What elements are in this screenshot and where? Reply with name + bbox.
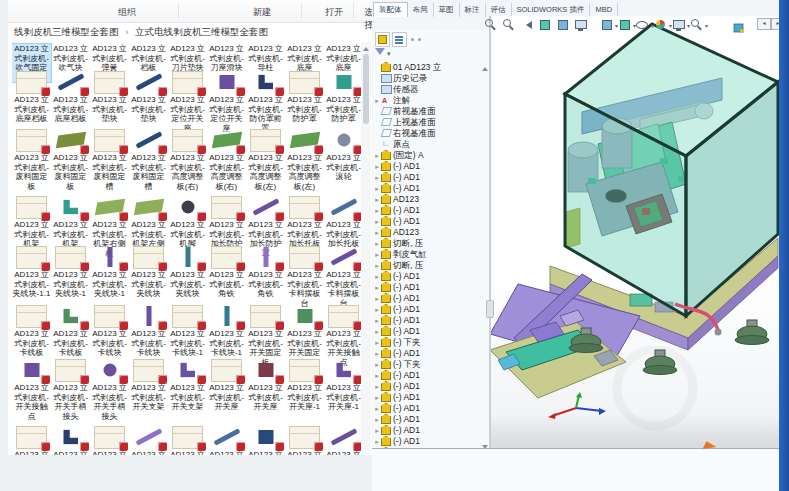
file-item[interactable]: AD123 立 [129,425,168,455]
file-item[interactable]: AD123 立式剥皮机-卡线板 [12,304,51,358]
file-item[interactable]: AD123 立式剥皮机-档板 [129,44,168,73]
tree-item[interactable]: ▸(-) AD1 [373,403,483,414]
file-item[interactable]: AD123 立式剥皮机-机架 [12,195,51,249]
file-item[interactable]: AD123 立式剥皮机-卡料摆板台 [285,245,324,308]
file-item[interactable]: AD123 立式剥皮机-开关座-1 [324,358,363,412]
file-item[interactable]: AD123 立式剥皮机-夹线块 [129,245,168,299]
tree-item[interactable]: ▸(-) AD1 [373,293,483,304]
file-item[interactable]: AD123 立式剥皮机-滚轮 [324,128,363,182]
file-item[interactable]: AD123 立式剥皮机-高度调整板(左) [285,128,324,191]
file-item[interactable]: AD123 立式剥皮机-刀座滑块 [207,44,246,73]
previous-view-icon[interactable] [520,18,534,32]
toolbar-item-2[interactable]: 打开 [325,6,343,19]
expand-arrow-icon[interactable]: ▸ [373,216,381,227]
tree-item[interactable]: 原点 [373,139,483,150]
expand-arrow-icon[interactable]: ▸ [373,293,381,304]
tree-item[interactable]: ▸(-) AD1 [373,315,483,326]
tab-SOLIDWORKS 插件[interactable]: SOLIDWORKS 插件 [512,3,591,17]
expand-arrow-icon[interactable]: ▸ [373,183,381,194]
scroll-up-icon[interactable] [363,44,369,51]
file-item[interactable]: AD123 立式剥皮机-高度调整板(右) [168,128,207,191]
file-item[interactable]: AD123 立式剥皮机-防护罩 [285,70,324,124]
panel-tab-dot[interactable] [411,38,414,41]
panel-tab-dot[interactable] [418,38,421,41]
file-item[interactable]: AD123 立式剥皮机-开关座-1 [285,358,324,412]
file-item[interactable]: AD123 立式剥皮机-卡线块-1 [207,304,246,358]
tab-草图[interactable]: 草图 [434,3,460,17]
file-item[interactable]: AD123 立式剥皮机-废料固定板 [51,128,90,191]
tree-item[interactable]: 历史记录 [373,73,483,84]
tree-item[interactable]: ▸(-) AD1 [373,381,483,392]
tree-item[interactable]: ▸(-) AD1 [373,205,483,216]
expand-arrow-icon[interactable]: ▸ [373,425,381,436]
tree-item[interactable]: ▸AD123 [373,227,483,238]
zoom-area-icon[interactable] [502,18,516,32]
tree-item[interactable]: 前视基准面 [373,106,483,117]
file-item[interactable]: AD123 立式剥皮机-开关座 [207,358,246,412]
file-item[interactable]: AD123 立式剥皮机-开关支架 [168,358,207,412]
file-item[interactable]: AD123 立式剥皮机-夹线块-1 [90,245,129,299]
file-item[interactable]: AD123 立式剥皮机-废料固定槽 [129,128,168,191]
property-manager-tab-icon[interactable] [392,32,407,47]
file-item[interactable]: AD123 立式剥皮机-加长托板 [285,195,324,249]
explorer-scrollbar[interactable] [361,42,371,454]
file-item[interactable]: AD123 立式剥皮机-开关手柄接头 [90,358,129,421]
expand-arrow-icon[interactable]: ▸ [373,304,381,315]
tree-item[interactable]: ▸(-) AD1 [373,282,483,293]
zoom-fit-icon[interactable] [484,18,498,32]
tab-标注[interactable]: 标注 [460,3,486,17]
file-item[interactable]: AD123 立式剥皮机-夹线块-1 [51,245,90,299]
file-item[interactable]: AD123 立式剥皮机-角铁 [246,245,285,299]
file-item[interactable]: AD123 立 [324,425,363,455]
tree-filter[interactable]: ▾ [375,48,391,60]
tree-item[interactable]: ▸(-) AD1 [373,326,483,337]
tree-item[interactable]: ▸(-) 下夹 [373,359,483,370]
tree-item[interactable]: ▸剥皮气缸 [373,249,483,260]
file-item[interactable]: AD123 立式剥皮机-开关手柄接头 [51,358,90,421]
breadcrumb-current[interactable]: 立式电线剥皮机三维模型全套图 [135,26,268,37]
expand-arrow-icon[interactable]: ▸ [373,436,381,447]
panel-collapse-handle[interactable] [486,300,494,318]
tree-item[interactable]: ▸注解 [373,95,483,106]
expand-arrow-icon[interactable]: ▸ [373,392,381,403]
file-item[interactable]: AD123 立式剥皮机-高度调整板(右) [207,128,246,191]
expand-arrow-icon[interactable]: ▸ [373,414,381,425]
tab-评估[interactable]: 评估 [486,3,512,17]
tree-item[interactable]: 01 AD123 立 [373,62,483,73]
file-item[interactable]: AD123 立式剥皮机-垫块 [90,70,129,124]
file-item[interactable]: AD123 立式剥皮机-卡线块 [90,304,129,358]
tree-item[interactable]: ▸(-) AD1 [373,183,483,194]
breadcrumb-parent[interactable]: 线剥皮机三维模型全套图 [14,26,119,37]
tree-item[interactable]: ▸(-) AD1 [373,370,483,381]
dynamic-assembly-icon[interactable] [556,18,570,32]
file-item[interactable]: AD123 立式剥皮机-机架 [51,195,90,249]
file-item[interactable]: AD123 立式剥皮机-开关支架 [129,358,168,412]
scrollbar-thumb[interactable] [363,54,369,124]
expand-arrow-icon[interactable]: ▸ [373,172,381,183]
expand-arrow-icon[interactable]: ▸ [373,381,381,392]
view-orientation-icon[interactable]: ▾ [600,18,614,32]
tree-item[interactable]: ▸(-) AD1 [373,271,483,282]
expand-arrow-icon[interactable]: ▸ [373,249,381,260]
tree-item[interactable]: ▸AD123 [373,194,483,205]
file-item[interactable]: AD123 立 [246,425,285,455]
file-item[interactable]: AD123 立式剥皮机-防护罩 [324,70,363,124]
expand-arrow-icon[interactable]: ▸ [373,95,381,106]
file-item[interactable]: AD123 立式剥皮机-废料固定板 [12,128,51,191]
appearance-copy-icon[interactable] [574,18,588,32]
file-item[interactable]: AD123 立式剥皮机-刀片垫块 [168,44,207,73]
expand-arrow-icon[interactable]: ▸ [373,271,381,282]
expand-arrow-icon[interactable]: ▸ [373,359,381,370]
file-item[interactable]: AD123 立式剥皮机-卡线块 [129,304,168,358]
file-item[interactable]: AD123 立式剥皮机-底座 [324,44,363,73]
file-item[interactable]: AD123 立式剥皮机-底座档板 [51,70,90,124]
display-style-icon[interactable]: ▾ [618,18,632,32]
file-item[interactable]: AD123 立式剥皮机-垫块 [129,70,168,124]
file-item[interactable]: AD123 立 [285,425,324,455]
file-item[interactable]: AD123 立 [168,425,207,455]
tree-item[interactable]: ▸(-) AD1 [373,425,483,436]
file-item[interactable]: AD123 立式剥皮机-加长托板 [324,195,363,249]
expand-arrow-icon[interactable]: ▸ [373,227,381,238]
hide-show-items-icon[interactable]: ▾ [636,18,650,32]
expand-arrow-icon[interactable]: ▸ [373,150,381,161]
